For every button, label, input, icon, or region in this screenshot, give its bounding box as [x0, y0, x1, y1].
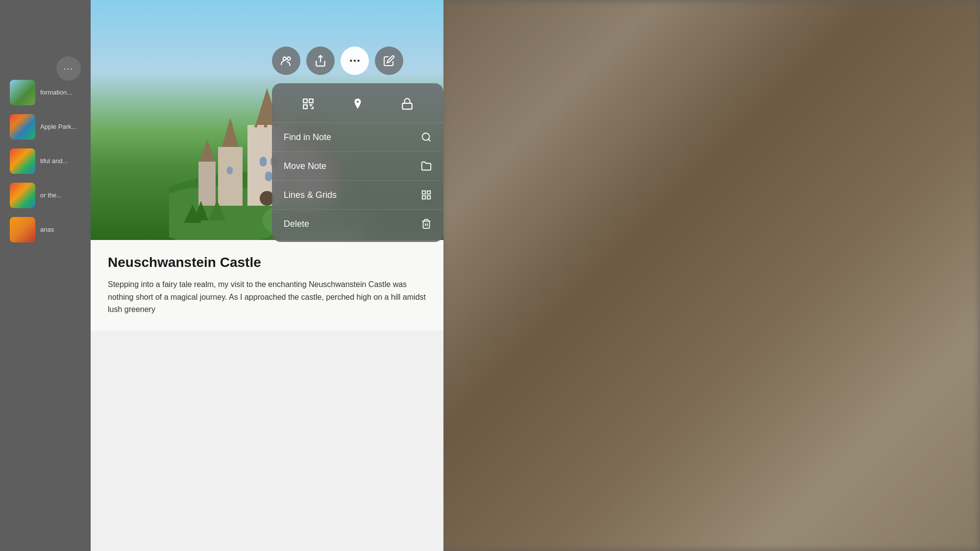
sidebar: ··· formation... Apple Park... tiful and… — [0, 0, 91, 551]
search-icon — [421, 132, 432, 143]
scan-document-button[interactable] — [297, 93, 319, 115]
sidebar-item-label-anas: anas — [40, 226, 54, 234]
find-in-note-label: Find in Note — [284, 132, 331, 143]
svg-rect-36 — [309, 99, 313, 103]
sidebar-item-label: formation... — [40, 89, 72, 97]
sidebar-more-button[interactable]: ··· — [56, 56, 81, 81]
collaborate-icon — [280, 54, 293, 67]
sidebar-thumb-anas — [10, 217, 35, 242]
trash-icon — [421, 218, 432, 229]
share-button[interactable] — [306, 47, 335, 75]
folder-icon — [421, 161, 432, 171]
svg-rect-19 — [247, 125, 254, 131]
svg-point-29 — [283, 57, 287, 60]
svg-point-30 — [287, 57, 291, 60]
svg-rect-16 — [227, 167, 233, 174]
svg-rect-5 — [218, 147, 243, 206]
pin-icon — [351, 97, 364, 110]
move-note-label: Move Note — [284, 161, 326, 171]
sidebar-item-the[interactable]: or the... — [4, 179, 87, 212]
dropdown-icon-row — [272, 83, 443, 123]
svg-rect-15 — [265, 171, 272, 181]
svg-point-39 — [422, 133, 430, 141]
svg-point-32 — [350, 60, 352, 62]
note-title: Neuschwanstein Castle — [108, 255, 426, 270]
sidebar-item-apple-park[interactable]: Apple Park... — [4, 110, 87, 144]
sidebar-thumb-beautiful — [10, 148, 35, 174]
lock-icon — [401, 97, 414, 110]
dropdown-menu: Find in Note Move Note Lines & Grids Del… — [272, 83, 443, 242]
more-dots-horizontal-icon — [348, 54, 361, 67]
svg-rect-44 — [422, 196, 425, 199]
grid-icon — [421, 190, 432, 200]
lines-grids-item[interactable]: Lines & Grids — [272, 181, 443, 210]
find-in-note-item[interactable]: Find in Note — [272, 123, 443, 152]
svg-rect-41 — [422, 191, 425, 194]
svg-point-33 — [354, 60, 356, 62]
toolbar — [272, 47, 403, 75]
more-options-button[interactable] — [341, 47, 369, 75]
share-icon — [314, 54, 327, 67]
background-right-dark — [441, 0, 980, 551]
svg-rect-20 — [257, 125, 264, 131]
move-note-item[interactable]: Move Note — [272, 152, 443, 181]
svg-marker-10 — [199, 140, 215, 162]
svg-line-40 — [428, 139, 430, 141]
lines-grids-label: Lines & Grids — [284, 190, 337, 200]
sidebar-item-beautiful[interactable]: tiful and... — [4, 144, 87, 178]
main-note: Neuschwanstein Castle Stepping into a fa… — [91, 0, 443, 551]
svg-rect-37 — [304, 105, 308, 109]
sidebar-thumb-the — [10, 183, 35, 208]
note-content-area: Neuschwanstein Castle Stepping into a fa… — [91, 240, 443, 331]
delete-item[interactable]: Delete — [272, 210, 443, 238]
svg-point-34 — [357, 60, 359, 62]
svg-rect-42 — [427, 191, 430, 194]
pin-button[interactable] — [347, 93, 368, 115]
sidebar-item-anas[interactable]: anas — [4, 213, 87, 246]
collaborate-button[interactable] — [272, 47, 300, 75]
compose-button[interactable] — [375, 47, 403, 75]
note-body: Stepping into a fairy tale realm, my vis… — [108, 278, 426, 316]
svg-rect-38 — [402, 103, 412, 109]
svg-rect-13 — [260, 157, 267, 167]
sidebar-thumb-castle — [10, 80, 35, 105]
sidebar-item-label-beautiful: tiful and... — [40, 157, 68, 166]
scan-icon — [302, 97, 315, 110]
more-dots-icon: ··· — [63, 64, 74, 74]
sidebar-item-castle[interactable]: formation... — [4, 76, 87, 109]
svg-rect-35 — [304, 99, 308, 103]
delete-label: Delete — [284, 219, 309, 229]
sidebar-item-label-apple: Apple Park... — [40, 123, 76, 131]
compose-icon — [383, 55, 395, 67]
sidebar-item-label-the: or the... — [40, 192, 62, 200]
lock-button[interactable] — [396, 93, 418, 115]
svg-marker-6 — [222, 118, 239, 147]
svg-rect-43 — [427, 196, 430, 199]
sidebar-thumb-apple-park — [10, 114, 35, 140]
svg-rect-9 — [198, 162, 216, 206]
